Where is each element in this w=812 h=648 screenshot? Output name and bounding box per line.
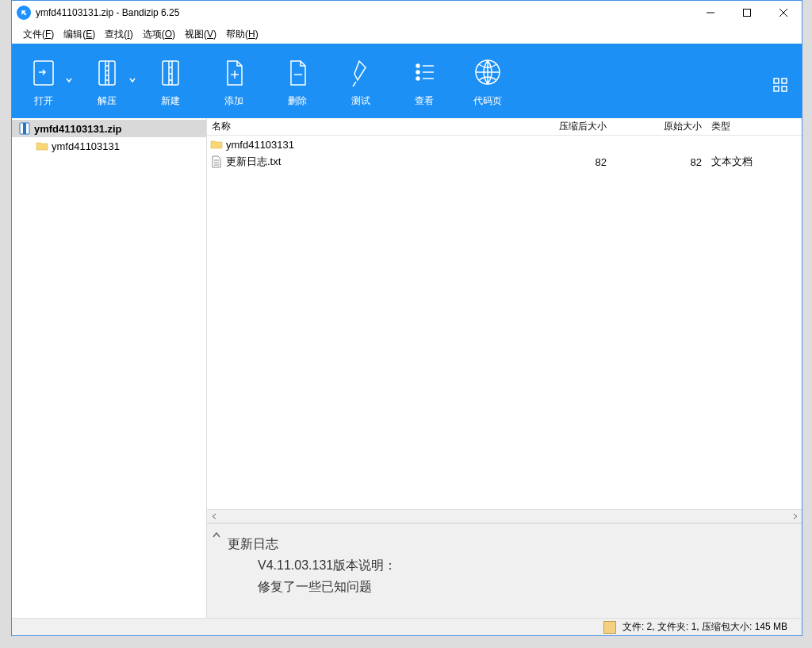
toolbar-add-label: 添加 <box>224 94 243 108</box>
scroll-left-icon[interactable] <box>207 510 220 523</box>
svg-rect-8 <box>774 79 779 83</box>
menu-options[interactable]: 选项(O) <box>143 28 175 41</box>
window-title: ymfd41103131.zip - Bandizip 6.25 <box>36 7 179 18</box>
svg-rect-2 <box>99 61 115 85</box>
menu-view[interactable]: 视图(V) <box>185 28 216 41</box>
menu-file[interactable]: 文件(F) <box>23 28 54 41</box>
toolbar-codepage-label: 代码页 <box>473 94 502 108</box>
list-header: 名称 压缩后大小 原始大小 类型 <box>207 118 802 136</box>
close-button[interactable] <box>765 1 802 25</box>
col-packed[interactable]: 压缩后大小 <box>516 120 611 133</box>
list-row[interactable]: ymfd41103131 <box>207 136 802 153</box>
toolbar-new[interactable]: 新建 <box>139 44 202 118</box>
tree-root-label: ymfd41103131.zip <box>34 123 122 135</box>
list-body[interactable]: ymfd41103131 更新日志.txt 82 82 文本文档 <box>207 136 802 509</box>
open-icon <box>28 55 59 90</box>
horizontal-scrollbar[interactable] <box>207 509 802 523</box>
toolbar-extract-label: 解压 <box>98 94 117 108</box>
toolbar-delete[interactable]: 删除 <box>266 44 329 118</box>
minimize-button[interactable] <box>692 1 729 25</box>
menu-edit[interactable]: 编辑(E) <box>63 28 95 41</box>
collapse-icon[interactable] <box>212 525 221 546</box>
titlebar[interactable]: ymfd41103131.zip - Bandizip 6.25 <box>12 1 802 25</box>
add-icon <box>218 55 250 90</box>
folder-icon <box>36 140 48 152</box>
cell-name: 更新日志.txt <box>226 155 516 169</box>
toolbar-view-label: 查看 <box>415 94 434 108</box>
preview-line-3: 修复了一些已知问题 <box>228 576 781 597</box>
test-icon <box>345 55 377 90</box>
tree-child[interactable]: ymfd41103131 <box>12 137 206 155</box>
status-text: 文件: 2, 文件夹: 1, 压缩包大小: 145 MB <box>622 620 787 634</box>
delete-icon <box>282 55 313 90</box>
menubar: 文件(F) 编辑(E) 查找(I) 选项(O) 视图(V) 帮助(H) <box>12 25 802 44</box>
status-bar: 文件: 2, 文件夹: 1, 压缩包大小: 145 MB <box>12 618 802 635</box>
toolbar-test-label: 测试 <box>351 94 370 108</box>
toolbar-view[interactable]: 查看 <box>393 44 456 118</box>
preview-panel[interactable]: 更新日志 V4.11.03.131版本说明： 修复了一些已知问题 <box>207 523 802 618</box>
codepage-icon <box>472 55 504 90</box>
toolbar: 打开 解压 新建 添加 删除 测试 查看 代码页 <box>12 44 802 118</box>
svg-rect-0 <box>744 10 751 17</box>
svg-rect-3 <box>163 61 178 85</box>
txt-icon <box>210 155 223 168</box>
main-panel: 名称 压缩后大小 原始大小 类型 ymfd41103131 更新日志.txt 8… <box>207 118 802 618</box>
cell-orig: 82 <box>611 156 707 168</box>
folder-icon <box>210 138 223 151</box>
tree-root[interactable]: ymfd41103131.zip <box>12 120 206 137</box>
archive-icon <box>603 621 616 634</box>
zip-icon <box>18 122 31 135</box>
svg-rect-10 <box>774 86 779 91</box>
svg-rect-9 <box>782 79 787 83</box>
cell-packed: 82 <box>516 156 611 168</box>
toolbar-add[interactable]: 添加 <box>202 44 266 118</box>
app-window: ymfd41103131.zip - Bandizip 6.25 文件(F) 编… <box>11 0 802 636</box>
col-type[interactable]: 类型 <box>707 120 802 133</box>
toolbar-open[interactable]: 打开 <box>12 44 75 118</box>
toolbar-extract[interactable]: 解压 <box>75 44 139 118</box>
col-orig[interactable]: 原始大小 <box>611 120 707 133</box>
cell-name: ymfd41103131 <box>226 139 516 151</box>
svg-rect-11 <box>782 86 787 91</box>
menu-find[interactable]: 查找(I) <box>105 28 132 41</box>
tree-child-label: ymfd41103131 <box>52 140 120 152</box>
preview-line-1: 更新日志 <box>228 533 781 554</box>
maximize-button[interactable] <box>729 1 765 25</box>
toolbar-delete-label: 删除 <box>288 94 307 108</box>
view-icon <box>408 55 440 90</box>
menu-help[interactable]: 帮助(H) <box>226 28 259 41</box>
tree-panel[interactable]: ymfd41103131.zip ymfd41103131 <box>12 118 207 618</box>
svg-point-5 <box>416 71 419 74</box>
col-name[interactable]: 名称 <box>207 120 516 133</box>
app-icon <box>17 6 31 20</box>
toolbar-test[interactable]: 测试 <box>329 44 393 118</box>
chevron-down-icon[interactable] <box>66 77 72 83</box>
cell-type: 文本文档 <box>707 155 802 169</box>
svg-point-6 <box>416 77 419 80</box>
content-area: ymfd41103131.zip ymfd41103131 名称 压缩后大小 原… <box>12 118 802 618</box>
preview-line-2: V4.11.03.131版本说明： <box>228 554 781 576</box>
list-row[interactable]: 更新日志.txt 82 82 文本文档 <box>207 153 802 171</box>
toolbar-open-label: 打开 <box>34 94 53 108</box>
svg-point-4 <box>416 64 419 67</box>
grid-icon <box>773 78 787 92</box>
new-icon <box>155 55 186 90</box>
toolbar-new-label: 新建 <box>161 94 180 108</box>
scroll-right-icon[interactable] <box>788 510 802 523</box>
svg-rect-13 <box>23 123 26 134</box>
extract-icon <box>91 55 123 90</box>
toolbar-codepage[interactable]: 代码页 <box>456 44 519 118</box>
toolbar-layout[interactable] <box>773 44 802 118</box>
chevron-down-icon[interactable] <box>129 77 136 83</box>
window-controls <box>692 1 802 25</box>
